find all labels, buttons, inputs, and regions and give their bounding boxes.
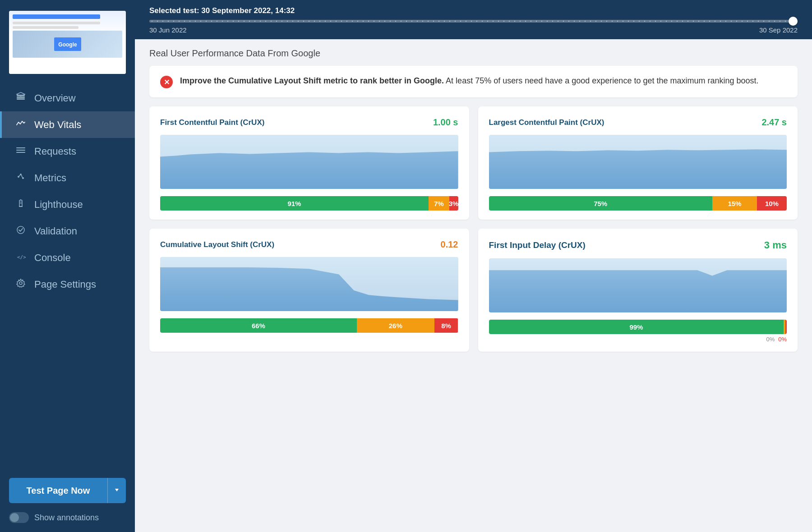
fid-extra-labels: 0% 0% <box>489 336 787 343</box>
timeline-labels: 30 Jun 2022 30 Sep 2022 <box>149 26 798 39</box>
toggle-knob <box>10 513 19 522</box>
annotations-row: Show annotations <box>9 512 126 523</box>
metric-bar-fcp: 91% 7% 3% <box>160 196 458 211</box>
bar-segment-green-fcp: 91% <box>160 196 429 211</box>
timeline-dots <box>149 20 798 23</box>
timeline-container: 30 Jun 2022 30 Sep 2022 <box>149 20 798 39</box>
metric-header-cls: Cumulative Layout Shift (CrUX) 0.12 <box>160 239 458 250</box>
lighthouse-icon <box>14 198 27 211</box>
metric-header-fid: First Input Delay (CrUX) 3 ms <box>489 239 787 251</box>
metric-header-fcp: First Contentful Paint (CrUX) 1.00 s <box>160 117 458 128</box>
bar-segment-red-lcp: 10% <box>757 196 787 211</box>
sidebar-item-label-overview: Overview <box>34 92 76 104</box>
content-area: Real User Performance Data From Google ✕… <box>135 39 812 532</box>
svg-line-12 <box>19 175 20 176</box>
svg-marker-22 <box>115 489 119 491</box>
header-bar: Selected test: 30 September 2022, 14:32 … <box>135 0 812 39</box>
validation-icon <box>14 225 27 237</box>
metric-title-fcp: First Contentful Paint (CrUX) <box>160 118 264 127</box>
gear-icon <box>14 278 27 290</box>
annotations-toggle[interactable] <box>9 512 29 523</box>
svg-rect-4 <box>17 98 25 100</box>
chart-area-fid <box>489 266 787 312</box>
main-content: Selected test: 30 September 2022, 14:32 … <box>135 0 812 532</box>
alert-text: Improve the Cumulative Layout Shift metr… <box>180 75 759 87</box>
chart-area-fcp <box>160 143 458 189</box>
metric-chart-lcp <box>489 135 787 189</box>
timeline-end-label: 30 Sep 2022 <box>759 26 798 34</box>
sidebar-item-lighthouse[interactable]: Lighthouse <box>0 191 135 218</box>
timeline-thumb[interactable] <box>789 17 798 26</box>
alert-box: ✕ Improve the Cumulative Layout Shift me… <box>149 66 798 97</box>
test-page-now-button[interactable]: Test Page Now <box>9 478 107 503</box>
console-icon: </> <box>14 252 27 264</box>
bar-segment-red-cls: 8% <box>434 318 458 333</box>
sidebar-item-label-validation: Validation <box>34 225 77 237</box>
list-icon <box>14 145 27 157</box>
metric-chart-cls <box>160 257 458 311</box>
bar-segment-green-cls: 66% <box>160 318 357 333</box>
svg-text:</>: </> <box>17 254 26 260</box>
sidebar-item-label-requests: Requests <box>34 146 76 157</box>
sidebar-item-label-console: Console <box>34 252 71 264</box>
bar-segment-red-fid <box>785 320 787 334</box>
sidebar-item-label-page-settings: Page Settings <box>34 279 96 290</box>
bar-segment-orange-fcp: 7% <box>429 196 449 211</box>
bar-segment-orange-lcp: 15% <box>712 196 757 211</box>
selected-test-label: Selected test: 30 September 2022, 14:32 <box>149 6 798 15</box>
svg-point-21 <box>19 282 22 284</box>
alert-text-bold: Improve the Cumulative Layout Shift metr… <box>180 76 444 85</box>
sidebar-item-web-vitals[interactable]: Web Vitals <box>0 111 135 138</box>
metric-value-lcp: 2.47 s <box>761 117 787 128</box>
chart-area-cls <box>160 265 458 311</box>
bar-segment-green-lcp: 75% <box>489 196 712 211</box>
sidebar-item-label-metrics: Metrics <box>34 172 66 184</box>
metric-title-fid: First Input Delay (CrUX) <box>489 240 586 250</box>
sidebar-item-console[interactable]: </> Console <box>0 244 135 271</box>
metric-bar-fid: 99% <box>489 320 787 334</box>
fid-label-red: 0% <box>778 336 787 343</box>
svg-text:Google: Google <box>58 41 77 48</box>
metric-title-lcp: Largest Contentful Paint (CrUX) <box>489 118 604 127</box>
alert-icon: ✕ <box>160 76 173 88</box>
sidebar-item-requests[interactable]: Requests <box>0 138 135 165</box>
metric-card-fid: First Input Delay (CrUX) 3 ms 99% 0% 0% <box>478 229 798 352</box>
metric-value-fid: 3 ms <box>764 239 787 251</box>
sidebar-item-label-lighthouse: Lighthouse <box>34 199 83 211</box>
page-thumbnail: Google <box>9 11 126 74</box>
metrics-grid: First Contentful Paint (CrUX) 1.00 s 91%… <box>149 106 798 352</box>
fid-label-orange: 0% <box>766 336 775 343</box>
metric-value-fcp: 1.00 s <box>433 117 458 128</box>
metric-title-cls: Cumulative Layout Shift (CrUX) <box>160 240 274 249</box>
sidebar-item-validation[interactable]: Validation <box>0 218 135 244</box>
layers-icon <box>14 92 27 104</box>
metric-card-lcp: Largest Contentful Paint (CrUX) 2.47 s 7… <box>478 106 798 220</box>
test-button-group: Test Page Now <box>9 478 126 503</box>
sidebar-item-label-web-vitals: Web Vitals <box>34 119 81 131</box>
bar-segment-red-fcp: 3% <box>449 196 458 211</box>
svg-point-10 <box>20 174 22 175</box>
svg-point-11 <box>22 177 24 179</box>
bar-segment-orange-cls: 26% <box>357 318 434 333</box>
bar-segment-green-fid: 99% <box>489 320 784 334</box>
sidebar-bottom: Test Page Now Show annotations <box>0 478 135 523</box>
metric-bar-lcp: 75% 15% 10% <box>489 196 787 211</box>
alert-text-normal: At least 75% of users need have a good e… <box>446 76 758 85</box>
sidebar-item-overview[interactable]: Overview <box>0 85 135 111</box>
sidebar-item-metrics[interactable]: Metrics <box>0 165 135 191</box>
test-button-dropdown[interactable] <box>107 478 126 503</box>
svg-point-19 <box>17 226 24 234</box>
section-title: Real User Performance Data From Google <box>149 39 798 66</box>
svg-line-13 <box>21 175 22 177</box>
metric-header-lcp: Largest Contentful Paint (CrUX) 2.47 s <box>489 117 787 128</box>
metric-chart-fcp <box>160 135 458 189</box>
metric-bar-cls: 66% 26% 8% <box>160 318 458 333</box>
timeline-start-label: 30 Jun 2022 <box>149 26 187 34</box>
metric-card-fcp: First Contentful Paint (CrUX) 1.00 s 91%… <box>149 106 469 220</box>
sidebar-item-page-settings[interactable]: Page Settings <box>0 271 135 298</box>
svg-point-9 <box>18 176 19 178</box>
sidebar-nav: Overview Web Vitals Requests <box>0 85 135 478</box>
timeline-track[interactable] <box>149 20 798 23</box>
chart-area-lcp <box>489 143 787 189</box>
web-vitals-icon <box>14 119 27 131</box>
